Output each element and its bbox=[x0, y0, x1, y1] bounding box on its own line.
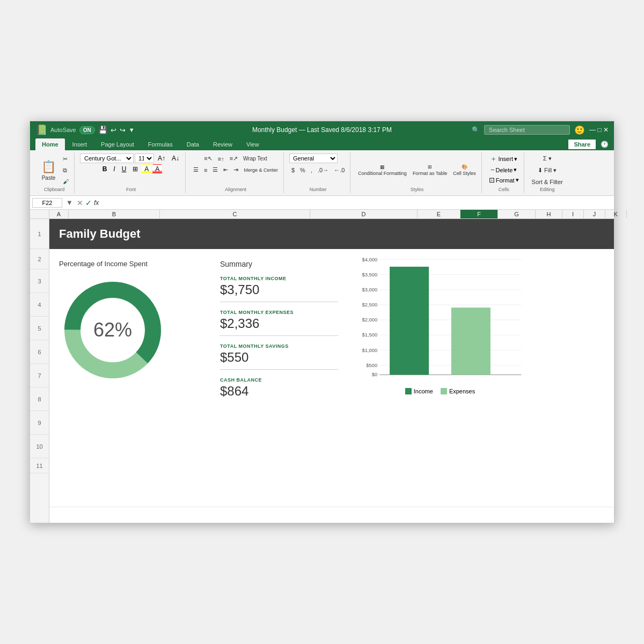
clipboard-buttons: 📋 Paste ✂ ⧉ 🖌 bbox=[38, 153, 71, 187]
percent-button[interactable]: % bbox=[298, 165, 308, 175]
row-num-3[interactable]: 3 bbox=[30, 269, 49, 293]
insert-cells-button[interactable]: ＋ Insert▾ bbox=[488, 153, 519, 164]
row-num-4[interactable]: 4 bbox=[30, 293, 49, 317]
col-header-h[interactable]: H bbox=[536, 210, 562, 218]
paste-button[interactable]: 📋 Paste bbox=[38, 158, 60, 182]
format-cells-button[interactable]: ⊡ Format▾ bbox=[487, 175, 521, 185]
row-num-1[interactable]: 1 bbox=[30, 219, 49, 249]
font-color-button[interactable]: A bbox=[152, 164, 162, 174]
underline-button[interactable]: U bbox=[119, 164, 129, 174]
italic-button[interactable]: I bbox=[111, 164, 118, 174]
row-num-7[interactable]: 7 bbox=[30, 364, 49, 387]
bottom-align-row: ☰ ≡ ☰ ⇤ ⇥ Merge & Center bbox=[191, 165, 280, 175]
history-icon[interactable]: 🕐 bbox=[601, 141, 609, 148]
cut-button[interactable]: ✂ bbox=[61, 154, 71, 164]
col-header-k[interactable]: K bbox=[605, 210, 627, 218]
expenses-value: $2,336 bbox=[220, 316, 338, 331]
col-header-c[interactable]: C bbox=[160, 210, 310, 218]
redo-icon[interactable]: ↪ bbox=[120, 126, 126, 134]
formula-cancel-icon[interactable]: ✕ bbox=[77, 199, 83, 207]
delete-cells-button[interactable]: − Delete▾ bbox=[489, 165, 518, 174]
share-button[interactable]: Share bbox=[568, 139, 596, 150]
bold-button[interactable]: B bbox=[100, 164, 110, 174]
tab-review[interactable]: Review bbox=[207, 138, 239, 150]
summary-savings: TOTAL MONTHLY SAVINGS $550 bbox=[220, 343, 338, 370]
row-num-10[interactable]: 10 bbox=[30, 435, 49, 458]
align-top-right-button[interactable]: ≡↗ bbox=[228, 153, 240, 164]
row-num-5[interactable]: 5 bbox=[30, 317, 49, 340]
fill-button[interactable]: ⬇ Fill ▾ bbox=[536, 165, 559, 175]
increase-font-button[interactable]: A↑ bbox=[155, 153, 168, 163]
cash-balance-value: $864 bbox=[220, 384, 338, 399]
column-headers: A B C D E F G H I J K bbox=[30, 210, 614, 219]
row-num-8[interactable]: 8 bbox=[30, 387, 49, 411]
sort-filter-button[interactable]: Sort & Filter bbox=[530, 177, 565, 187]
currency-button[interactable]: $ bbox=[289, 165, 297, 175]
tab-data[interactable]: Data bbox=[180, 138, 206, 150]
undo-icon[interactable]: ↩ bbox=[111, 126, 116, 134]
format-as-table-button[interactable]: ⊞ Format as Table bbox=[411, 163, 449, 178]
tab-formulas[interactable]: Formulas bbox=[142, 138, 179, 150]
row-num-9[interactable]: 9 bbox=[30, 411, 49, 435]
copy-button[interactable]: ⧉ bbox=[61, 165, 71, 175]
formula-expand-icon[interactable]: ▼ bbox=[64, 199, 75, 207]
tab-insert[interactable]: Insert bbox=[66, 138, 94, 150]
increase-decimal-button[interactable]: .0→ bbox=[316, 165, 331, 175]
expenses-label: TOTAL MONTHLY EXPENSES bbox=[220, 310, 338, 315]
workbook-title: Monthly Budget — Last Saved 8/6/2018 3:1… bbox=[252, 126, 392, 134]
delete-icon: − bbox=[491, 166, 495, 174]
tab-home[interactable]: Home bbox=[35, 138, 65, 150]
cell-reference-input[interactable] bbox=[32, 198, 62, 208]
col-header-f[interactable]: F bbox=[460, 210, 498, 218]
col-header-j[interactable]: J bbox=[584, 210, 605, 218]
font-name-select[interactable]: Century Got... bbox=[80, 153, 134, 163]
number-format-select[interactable]: General bbox=[289, 153, 338, 163]
align-right-button[interactable]: ☰ bbox=[210, 165, 220, 175]
ribbon-tabs: Home Insert Page Layout Formulas Data Re… bbox=[30, 138, 614, 150]
search-input[interactable] bbox=[484, 125, 570, 135]
legend-income: Income bbox=[405, 388, 433, 394]
row-num-2[interactable]: 2 bbox=[30, 249, 49, 269]
cell-styles-button[interactable]: 🎨 Cell Styles bbox=[451, 163, 478, 178]
income-label: TOTAL MONTHLY INCOME bbox=[220, 276, 338, 281]
autosave-label: AutoSave bbox=[50, 127, 76, 133]
indent-decrease-button[interactable]: ⇤ bbox=[221, 165, 230, 175]
col-header-e[interactable]: E bbox=[418, 210, 460, 218]
svg-text:$2,500: $2,500 bbox=[362, 302, 377, 308]
wrap-text-button[interactable]: Wrap Text bbox=[241, 153, 269, 164]
autosave-toggle[interactable]: ON bbox=[79, 126, 95, 134]
align-top-left-button[interactable]: ≡↖ bbox=[202, 153, 214, 164]
formula-input[interactable] bbox=[101, 199, 612, 207]
col-header-i[interactable]: I bbox=[562, 210, 584, 218]
customize-icon[interactable]: ▼ bbox=[129, 127, 135, 133]
smiley-icon[interactable]: 🙂 bbox=[574, 125, 585, 135]
merge-center-button[interactable]: Merge & Center bbox=[241, 165, 280, 175]
indent-increase-button[interactable]: ⇥ bbox=[231, 165, 240, 175]
tab-view[interactable]: View bbox=[240, 138, 266, 150]
formula-confirm-icon[interactable]: ✓ bbox=[85, 199, 92, 207]
align-center-button[interactable]: ≡ bbox=[202, 165, 209, 175]
fill-color-button[interactable]: A bbox=[142, 164, 151, 174]
comma-button[interactable]: , bbox=[309, 165, 314, 175]
save-icon[interactable]: 💾 bbox=[98, 126, 107, 134]
border-button[interactable]: ⊞ bbox=[130, 164, 141, 174]
row-num-11[interactable]: 11 bbox=[30, 458, 49, 473]
autosum-button[interactable]: Σ ▾ bbox=[541, 153, 554, 164]
title-bar-center: Monthly Budget — Last Saved 8/6/2018 3:1… bbox=[226, 126, 418, 134]
format-painter-button[interactable]: 🖌 bbox=[61, 177, 71, 186]
number-label: Number bbox=[310, 187, 327, 192]
sheet-body: 1 2 3 4 5 6 7 8 9 10 11 Family Budget Pe… bbox=[30, 219, 614, 523]
conditional-formatting-button[interactable]: ▦ Conditional Formatting bbox=[356, 163, 409, 178]
align-top-center-button[interactable]: ≡↑ bbox=[216, 153, 226, 164]
decrease-font-button[interactable]: A↓ bbox=[169, 153, 182, 163]
row-num-6[interactable]: 6 bbox=[30, 340, 49, 364]
col-header-g[interactable]: G bbox=[498, 210, 536, 218]
decrease-decimal-button[interactable]: ←.0 bbox=[332, 165, 347, 175]
col-header-b[interactable]: B bbox=[69, 210, 160, 218]
font-size-select[interactable]: 11 bbox=[135, 153, 154, 163]
row-11 bbox=[49, 507, 614, 523]
tab-page-layout[interactable]: Page Layout bbox=[94, 138, 141, 150]
align-left-button[interactable]: ☰ bbox=[191, 165, 201, 175]
col-header-d[interactable]: D bbox=[310, 210, 418, 218]
col-header-a[interactable]: A bbox=[49, 210, 69, 218]
